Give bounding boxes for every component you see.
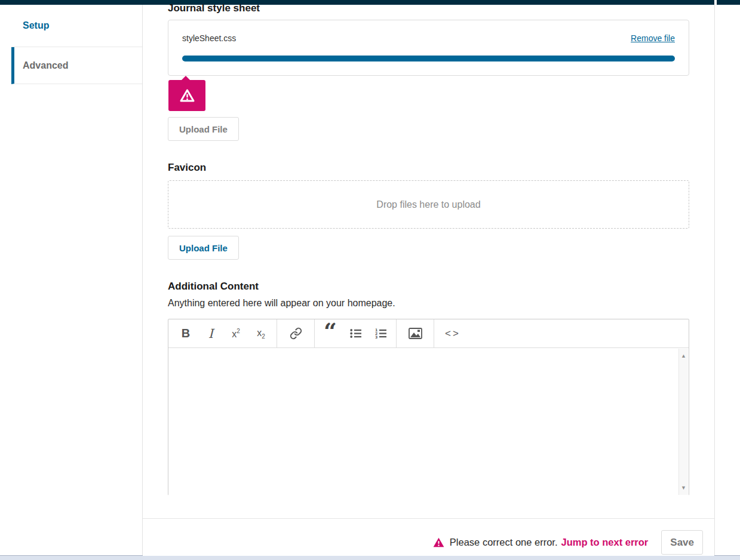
bullet-list-icon — [350, 328, 361, 339]
dropzone-hint: Drop files here to upload — [376, 199, 480, 210]
editor-toolbar: B I x2 x2 “ — [168, 319, 689, 348]
bold-button[interactable]: B — [173, 319, 198, 347]
remove-file-link[interactable]: Remove file — [631, 33, 675, 43]
code-icon: <> — [445, 328, 460, 340]
code-button[interactable]: <> — [437, 319, 468, 347]
window-bottom-edge — [0, 555, 740, 560]
italic-icon: I — [208, 327, 213, 341]
tab-advanced-label: Advanced — [23, 60, 68, 71]
superscript-button[interactable]: x2 — [223, 319, 248, 347]
rich-text-editor: B I x2 x2 “ — [168, 319, 689, 496]
link-button[interactable] — [280, 319, 311, 347]
blockquote-button[interactable]: “ — [318, 319, 343, 347]
tab-setup[interactable]: Setup — [11, 5, 142, 47]
svg-text:3: 3 — [375, 335, 377, 339]
favicon-heading: Favicon — [168, 161, 206, 174]
tab-setup-label: Setup — [23, 20, 49, 31]
stylesheet-filename: styleSheet.css — [182, 33, 236, 43]
scroll-down-icon[interactable]: ▼ — [679, 484, 688, 491]
header-bar-gap — [714, 0, 717, 5]
blockquote-icon: “ — [324, 328, 337, 339]
subscript-icon: x2 — [257, 328, 265, 340]
image-icon — [409, 328, 422, 339]
subscript-button[interactable]: x2 — [248, 319, 274, 347]
link-icon — [290, 327, 302, 340]
editor-body: ▲ ▼ — [168, 348, 689, 496]
stylesheet-error-badge — [168, 80, 205, 111]
superscript-icon: x2 — [232, 328, 240, 340]
additional-content-description: Anything entered here will appear on you… — [168, 298, 395, 309]
editor-content[interactable] — [168, 348, 679, 496]
toolbar-separator — [396, 319, 397, 347]
additional-content-heading: Additional Content — [168, 280, 259, 293]
scroll-up-icon[interactable]: ▲ — [679, 352, 688, 359]
error-message: Please correct one error. — [450, 537, 558, 548]
image-button[interactable] — [400, 319, 431, 347]
toolbar-separator — [434, 319, 434, 347]
panel-right-border — [714, 5, 715, 556]
stylesheet-upload-button[interactable]: Upload File — [168, 117, 239, 141]
ordered-list-icon: 1 2 3 — [375, 328, 386, 339]
italic-button[interactable]: I — [198, 319, 223, 347]
favicon-dropzone[interactable]: Drop files here to upload — [168, 180, 689, 229]
save-button[interactable]: Save — [661, 530, 703, 555]
bold-icon: B — [182, 327, 190, 340]
stylesheet-heading: Journal style sheet — [168, 2, 260, 15]
toolbar-separator — [277, 319, 277, 347]
favicon-upload-button[interactable]: Upload File — [168, 236, 239, 260]
upload-progress-bar — [182, 56, 675, 61]
jump-to-error-link[interactable]: Jump to next error — [561, 537, 649, 548]
form-footer: Please correct one error. Jump to next e… — [143, 518, 714, 556]
tab-advanced[interactable]: Advanced — [11, 47, 142, 84]
sidebar-divider — [142, 5, 143, 556]
advanced-settings-form: Journal style sheet styleSheet.css Remov… — [168, 0, 689, 513]
stylesheet-file-card: styleSheet.css Remove file — [168, 20, 689, 76]
warning-triangle-icon — [179, 88, 195, 103]
toolbar-separator — [314, 319, 315, 347]
editor-scrollbar[interactable]: ▲ ▼ — [678, 349, 688, 495]
bullet-list-button[interactable] — [343, 319, 368, 347]
settings-tab-list: Setup Advanced — [11, 5, 142, 84]
ordered-list-button[interactable]: 1 2 3 — [368, 319, 393, 347]
footer-warning-icon — [433, 537, 444, 547]
